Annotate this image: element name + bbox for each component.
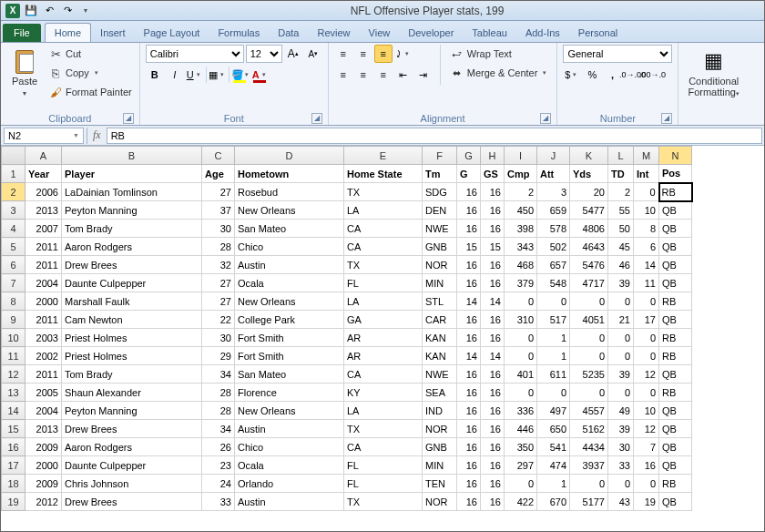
cell-N8[interactable]: RB xyxy=(659,292,692,311)
cell-L1[interactable]: TD xyxy=(608,165,634,183)
cell-B19[interactable]: Drew Brees xyxy=(62,493,202,511)
col-header-F[interactable]: F xyxy=(423,147,457,165)
cell-N9[interactable]: QB xyxy=(659,311,692,329)
cell-J12[interactable]: 611 xyxy=(537,365,570,384)
align-middle[interactable]: ≡ xyxy=(354,45,372,63)
undo-button[interactable]: ↶ xyxy=(41,3,57,19)
cell-B9[interactable]: Cam Newton xyxy=(62,311,202,329)
cell-G17[interactable]: 16 xyxy=(457,456,481,475)
tab-developer[interactable]: Developer xyxy=(399,24,463,42)
cell-I15[interactable]: 446 xyxy=(505,420,537,438)
align-center[interactable]: ≡ xyxy=(354,66,372,84)
col-header-I[interactable]: I xyxy=(505,147,537,165)
cell-L10[interactable]: 0 xyxy=(608,329,634,347)
cell-L12[interactable]: 39 xyxy=(608,365,634,384)
cell-M19[interactable]: 19 xyxy=(634,493,659,511)
decrease-decimal[interactable]: .00→.0 xyxy=(643,66,661,84)
cell-B3[interactable]: Peyton Manning xyxy=(62,201,202,220)
qat-customize[interactable]: ▼ xyxy=(77,3,94,19)
cell-N19[interactable]: QB xyxy=(659,493,692,511)
col-header-N[interactable]: N xyxy=(659,147,692,165)
cell-K3[interactable]: 5477 xyxy=(570,201,608,220)
tab-view[interactable]: View xyxy=(360,24,400,42)
row-header-7[interactable]: 7 xyxy=(2,274,26,292)
row-header-12[interactable]: 12 xyxy=(2,365,26,384)
cell-M11[interactable]: 0 xyxy=(634,347,659,365)
file-tab[interactable]: File xyxy=(3,24,41,42)
cell-H1[interactable]: GS xyxy=(481,165,505,183)
cell-D14[interactable]: New Orleans xyxy=(235,402,344,420)
cell-H14[interactable]: 16 xyxy=(481,402,505,420)
save-button[interactable]: 💾 xyxy=(23,3,39,19)
cell-D16[interactable]: Chico xyxy=(235,438,344,456)
cell-N12[interactable]: QB xyxy=(659,365,692,384)
cell-N16[interactable]: QB xyxy=(659,438,692,456)
cell-G3[interactable]: 16 xyxy=(457,201,481,220)
indent-increase[interactable]: ⇥ xyxy=(414,66,433,84)
cell-A8[interactable]: 2000 xyxy=(26,292,62,311)
cell-G10[interactable]: 16 xyxy=(457,329,481,347)
cell-D8[interactable]: New Orleans xyxy=(235,292,344,311)
cell-H17[interactable]: 16 xyxy=(481,456,505,475)
cell-I5[interactable]: 343 xyxy=(505,238,537,256)
cell-M2[interactable]: 0 xyxy=(634,183,659,201)
cell-B16[interactable]: Aaron Rodgers xyxy=(62,438,202,456)
col-header-B[interactable]: B xyxy=(62,147,202,165)
cell-F7[interactable]: MIN xyxy=(423,274,457,292)
cell-H12[interactable]: 16 xyxy=(481,365,505,384)
cell-E7[interactable]: FL xyxy=(344,274,423,292)
row-header-10[interactable]: 10 xyxy=(2,329,26,347)
cell-N1[interactable]: Pos xyxy=(659,165,692,183)
font-name-select[interactable]: Calibri xyxy=(146,45,244,63)
cell-K18[interactable]: 0 xyxy=(570,475,608,493)
font-size-select[interactable]: 12 xyxy=(246,45,282,63)
tab-personal[interactable]: Personal xyxy=(569,24,627,42)
row-header-16[interactable]: 16 xyxy=(2,438,26,456)
underline-button[interactable]: U▾ xyxy=(186,66,204,84)
row-header-19[interactable]: 19 xyxy=(2,493,26,511)
cell-G11[interactable]: 14 xyxy=(457,347,481,365)
cell-C14[interactable]: 28 xyxy=(202,402,235,420)
cell-M5[interactable]: 6 xyxy=(634,238,659,256)
cell-H7[interactable]: 16 xyxy=(481,274,505,292)
cell-A11[interactable]: 2002 xyxy=(26,347,62,365)
cell-G5[interactable]: 15 xyxy=(457,238,481,256)
col-header-L[interactable]: L xyxy=(608,147,634,165)
cell-G16[interactable]: 16 xyxy=(457,438,481,456)
cell-D7[interactable]: Ocala xyxy=(235,274,344,292)
col-header-D[interactable]: D xyxy=(235,147,344,165)
indent-decrease[interactable]: ⇤ xyxy=(394,66,413,84)
cell-H11[interactable]: 14 xyxy=(481,347,505,365)
cell-M17[interactable]: 16 xyxy=(634,456,659,475)
cell-K10[interactable]: 0 xyxy=(570,329,608,347)
cell-L4[interactable]: 50 xyxy=(608,220,634,238)
name-box[interactable]: N2▼ xyxy=(4,128,84,144)
cell-J16[interactable]: 541 xyxy=(537,438,570,456)
cell-C11[interactable]: 29 xyxy=(202,347,235,365)
cell-L6[interactable]: 46 xyxy=(608,256,634,274)
cell-I8[interactable]: 0 xyxy=(505,292,537,311)
cell-E4[interactable]: CA xyxy=(344,220,423,238)
cell-K4[interactable]: 4806 xyxy=(570,220,608,238)
conditional-formatting-button[interactable]: ▦ ConditionalFormatting▾ xyxy=(684,45,743,101)
cell-C8[interactable]: 27 xyxy=(202,292,235,311)
cell-F11[interactable]: KAN xyxy=(423,347,457,365)
merge-center-button[interactable]: ⬌Merge & Center▾ xyxy=(448,64,552,82)
cell-G18[interactable]: 16 xyxy=(457,475,481,493)
cell-A14[interactable]: 2004 xyxy=(26,402,62,420)
row-header-18[interactable]: 18 xyxy=(2,475,26,493)
cell-B15[interactable]: Drew Brees xyxy=(62,420,202,438)
cell-M13[interactable]: 0 xyxy=(634,384,659,402)
cell-L17[interactable]: 33 xyxy=(608,456,634,475)
cell-D9[interactable]: College Park xyxy=(235,311,344,329)
cell-G6[interactable]: 16 xyxy=(457,256,481,274)
cell-J11[interactable]: 1 xyxy=(537,347,570,365)
cell-C6[interactable]: 32 xyxy=(202,256,235,274)
cell-F6[interactable]: NOR xyxy=(423,256,457,274)
cell-N15[interactable]: QB xyxy=(659,420,692,438)
cell-K13[interactable]: 0 xyxy=(570,384,608,402)
row-header-9[interactable]: 9 xyxy=(2,311,26,329)
cell-B11[interactable]: Priest Holmes xyxy=(62,347,202,365)
paste-button[interactable]: Paste▼ xyxy=(6,45,43,101)
cell-I6[interactable]: 468 xyxy=(505,256,537,274)
